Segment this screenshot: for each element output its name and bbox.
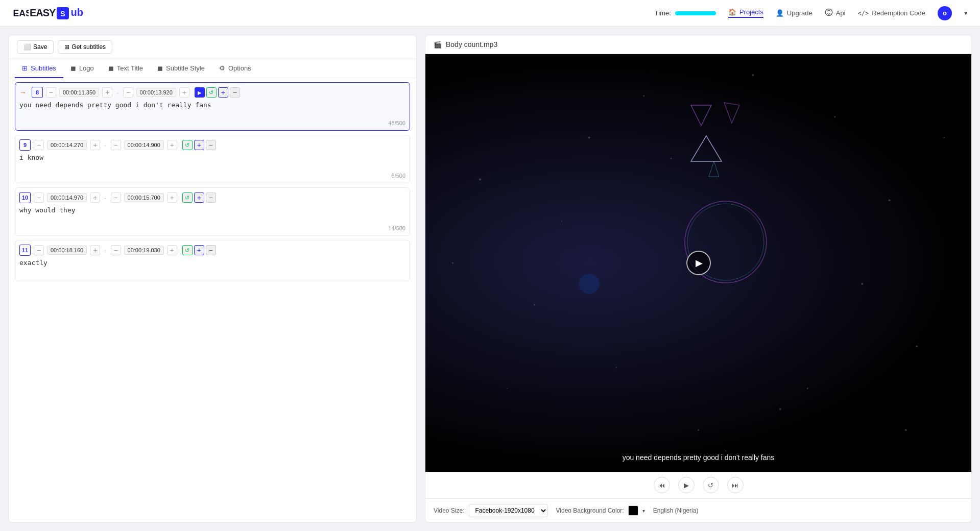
- tab-subtitles[interactable]: ⊞ Subtitles: [15, 59, 63, 78]
- subtitle-index: 9: [19, 139, 31, 151]
- svg-point-19: [561, 221, 562, 222]
- nav-upgrade[interactable]: 👤 Upgrade: [776, 9, 812, 17]
- video-controls: ⏮ ▶ ↺ ⏭: [425, 472, 971, 499]
- svg-marker-9: [691, 136, 722, 161]
- svg-point-11: [834, 116, 835, 117]
- bg-color-setting: Video Background Color: ▾: [556, 505, 645, 516]
- logo[interactable]: EASY EASY S ub: [12, 5, 83, 21]
- nav-redemption-label: Redemption Code: [872, 9, 925, 17]
- time-end-minus-btn[interactable]: −: [111, 140, 121, 150]
- svg-marker-7: [724, 103, 739, 123]
- avatar[interactable]: o: [938, 6, 952, 20]
- subtitle-item-9[interactable]: 9 − 00:00:14.270 + - − 00:00:14.900 + ↺ …: [15, 135, 410, 183]
- subtitle-text[interactable]: you need depends pretty good i don't rea…: [19, 101, 405, 117]
- svg-text:S: S: [61, 10, 65, 18]
- subtitle-text[interactable]: exactly: [19, 259, 405, 275]
- time-start-plus-btn[interactable]: +: [90, 245, 100, 255]
- tab-text-title[interactable]: ◼ Text Title: [101, 59, 150, 78]
- nav-redemption[interactable]: </> Redemption Code: [858, 9, 925, 17]
- subtitle-end-time: 00:00:14.900: [124, 140, 164, 150]
- nav-projects[interactable]: 🏠 Projects: [728, 8, 763, 18]
- save-icon: ⬜: [23, 43, 31, 51]
- subtitle-item-10[interactable]: 10 − 00:00:14.970 + - − 00:00:15.700 + ↺…: [15, 187, 410, 236]
- tab-options[interactable]: ⚙ Options: [212, 59, 258, 78]
- play-pause-icon: ▶: [684, 481, 689, 489]
- subtitle-add-btn[interactable]: +: [194, 245, 204, 255]
- refresh-button[interactable]: ↺: [703, 477, 719, 493]
- time-start-plus-btn[interactable]: +: [90, 192, 100, 203]
- svg-point-15: [507, 388, 508, 389]
- subtitle-remove-btn[interactable]: −: [206, 192, 216, 203]
- subtitle-play-btn[interactable]: ▶: [195, 87, 205, 98]
- nav-api[interactable]: Api: [825, 8, 846, 18]
- time-end-plus-btn[interactable]: +: [167, 192, 177, 203]
- subtitle-text[interactable]: i know: [19, 154, 405, 170]
- avatar-letter: o: [943, 9, 947, 17]
- svg-point-23: [943, 137, 945, 138]
- subtitle-refresh-btn[interactable]: ↺: [182, 192, 193, 203]
- time-end-minus-btn[interactable]: −: [123, 87, 133, 98]
- subtitle-item-11[interactable]: 11 − 00:00:18.160 + - − 00:00:19.030 + ↺…: [15, 240, 410, 281]
- svg-point-17: [752, 74, 754, 76]
- arrow-indicator: →: [19, 88, 27, 96]
- skip-forward-button[interactable]: ⏭: [727, 477, 744, 493]
- bg-color-swatch[interactable]: [628, 505, 638, 516]
- save-button[interactable]: ⬜ Save: [17, 40, 54, 54]
- video-container: ▶ you need depends pretty good i don't r…: [425, 54, 971, 472]
- time-bar: Time:: [655, 9, 716, 17]
- time-end-minus-btn[interactable]: −: [111, 192, 121, 203]
- get-subtitles-button[interactable]: ⊞ Get subtitles: [58, 40, 112, 54]
- api-icon: [825, 8, 833, 18]
- svg-point-26: [671, 158, 672, 159]
- time-end-plus-btn[interactable]: +: [167, 140, 177, 150]
- subtitle-refresh-btn[interactable]: ↺: [182, 140, 193, 150]
- svg-point-30: [579, 274, 600, 294]
- subtitles-tab-label: Subtitles: [31, 64, 56, 72]
- time-end-plus-btn[interactable]: +: [167, 245, 177, 255]
- skip-back-button[interactable]: ⏮: [654, 477, 670, 493]
- toolbar: ⬜ Save ⊞ Get subtitles: [9, 35, 416, 59]
- header: EASY EASY S ub Time: 🏠 Projects 👤 Upgrad…: [0, 0, 980, 27]
- avatar-dropdown-icon[interactable]: ▾: [964, 9, 968, 17]
- tab-subtitle-style[interactable]: ◼ Subtitle Style: [150, 59, 212, 78]
- options-tab-label: Options: [228, 64, 251, 72]
- subtitle-add-btn[interactable]: +: [194, 140, 204, 150]
- subtitle-refresh-btn[interactable]: ↺: [206, 87, 217, 98]
- svg-marker-6: [691, 105, 711, 126]
- subtitle-start-time: 00:00:14.970: [47, 193, 87, 202]
- video-size-select[interactable]: Facebook-1920x1080 YouTube-1920x1080 Squ…: [469, 504, 548, 517]
- svg-point-13: [534, 304, 535, 305]
- skip-back-icon: ⏮: [658, 481, 665, 489]
- subtitle-remove-btn[interactable]: −: [230, 87, 240, 98]
- subtitle-remove-btn[interactable]: −: [206, 140, 216, 150]
- play-pause-button[interactable]: ▶: [678, 477, 695, 493]
- time-start-plus-btn[interactable]: +: [102, 87, 112, 98]
- play-icon: ▶: [696, 257, 703, 269]
- subtitle-text[interactable]: why would they: [19, 206, 405, 223]
- subtitle-remove-btn[interactable]: −: [206, 245, 216, 255]
- play-button[interactable]: ▶: [686, 251, 711, 275]
- subtitle-start-time: 00:00:18.160: [47, 246, 87, 255]
- subtitle-add-btn[interactable]: +: [194, 192, 204, 203]
- subtitle-add-btn[interactable]: +: [218, 87, 228, 98]
- video-size-setting: Video Size: Facebook-1920x1080 YouTube-1…: [434, 504, 548, 517]
- time-start-minus-btn[interactable]: −: [34, 140, 44, 150]
- video-subtitle-overlay: you need depends pretty good i don't rea…: [425, 453, 971, 462]
- time-start-minus-btn[interactable]: −: [34, 245, 44, 255]
- subtitle-item-8[interactable]: → 8 − 00:00:11.350 + - − 00:00:13.920 + …: [15, 82, 410, 131]
- time-start-plus-btn[interactable]: +: [90, 140, 100, 150]
- tab-logo[interactable]: ◼ Logo: [63, 59, 101, 78]
- time-end-plus-btn[interactable]: +: [179, 87, 189, 98]
- subtitle-refresh-btn[interactable]: ↺: [182, 245, 193, 255]
- svg-point-16: [643, 95, 644, 96]
- time-end-minus-btn[interactable]: −: [111, 245, 121, 255]
- svg-marker-8: [709, 161, 719, 177]
- bg-color-dropdown-icon[interactable]: ▾: [642, 508, 645, 514]
- svg-point-29: [725, 450, 726, 451]
- subtitle-index: 11: [19, 245, 31, 256]
- svg-text:EASY: EASY: [13, 8, 29, 18]
- time-start-minus-btn[interactable]: −: [34, 192, 44, 203]
- svg-point-22: [479, 178, 481, 180]
- time-start-minus-btn[interactable]: −: [46, 87, 56, 98]
- subtitle-style-tab-icon: ◼: [157, 64, 163, 72]
